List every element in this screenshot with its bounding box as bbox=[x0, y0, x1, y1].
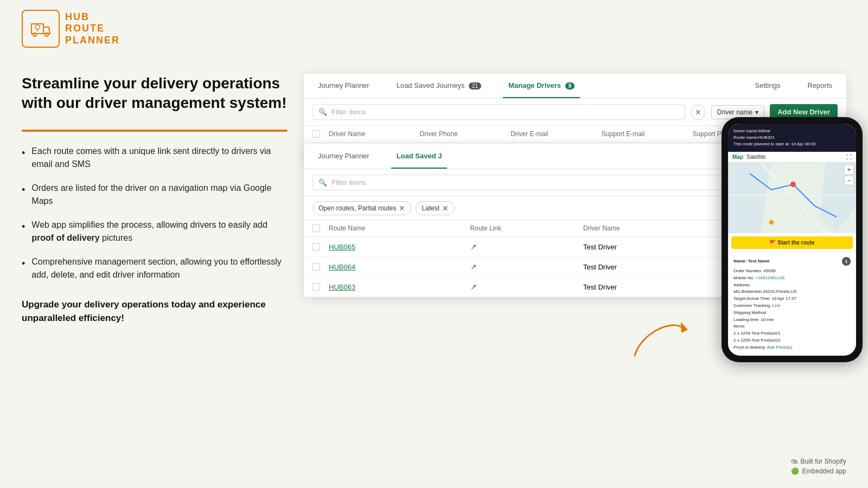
svg-point-1 bbox=[33, 33, 36, 36]
list-item-text: Orders are listed for the driver on a na… bbox=[31, 182, 288, 208]
delivery-loading: Loading time: 10-min bbox=[733, 317, 851, 324]
delivery-items: 1 x 1249-Test Product21 2 x 1250-Test Pr… bbox=[733, 330, 851, 344]
chip-latest[interactable]: Latest ✕ bbox=[416, 201, 455, 215]
chip-remove-icon[interactable]: ✕ bbox=[399, 204, 405, 213]
delivery-address-label: Address: bbox=[733, 282, 851, 289]
page-title: Streamline your delivery operations with… bbox=[22, 74, 288, 113]
main-content: Streamline your delivery operations with… bbox=[0, 57, 868, 399]
search-icon-2: 🔍 bbox=[318, 178, 327, 187]
svg-point-9 bbox=[769, 220, 774, 224]
phone-driver-name: Driver name:Mithat bbox=[733, 128, 851, 134]
list-item: • Web app simplifies the process, allowi… bbox=[22, 219, 288, 245]
filter-placeholder: Filter items bbox=[331, 108, 366, 116]
list-item: • Each route comes with a unique link se… bbox=[22, 145, 288, 171]
map-tab-satellite[interactable]: Satellite bbox=[746, 154, 766, 160]
arrow-decoration bbox=[629, 312, 694, 377]
tab2-load-saved[interactable]: Load Saved J bbox=[391, 144, 448, 169]
header: HUB ROUTE PLANNER bbox=[0, 0, 868, 57]
row-checkbox-1[interactable] bbox=[312, 243, 320, 251]
tab2-journey-planner[interactable]: Journey Planner bbox=[312, 144, 375, 169]
col-route-link: Route Link bbox=[470, 224, 583, 232]
filter-input-2[interactable]: 🔍 Filter items bbox=[312, 175, 730, 190]
route-driver: Test Driver bbox=[583, 243, 725, 251]
bullet-dot: • bbox=[22, 183, 25, 197]
delivery-items-label: Items: bbox=[733, 323, 851, 330]
delivery-mobile: Mobile No: +18312361128 bbox=[733, 275, 851, 282]
col-support-email: Support E-mail bbox=[602, 130, 693, 138]
col-driver-phone: Driver Phone bbox=[420, 130, 511, 138]
route-driver-3: Test Driver bbox=[583, 283, 725, 291]
orange-divider bbox=[22, 130, 288, 132]
embedded-icon: 🟢 bbox=[791, 467, 799, 475]
chip-label-2: Latest bbox=[422, 204, 439, 212]
tab-settings[interactable]: Settings bbox=[749, 74, 786, 98]
phone-mockup: Driver name:Mithat Route name:HUB321 Thi… bbox=[722, 117, 863, 362]
right-panel: Journey Planner Load Saved Journeys 21 M… bbox=[304, 74, 846, 388]
tab-load-saved-journeys[interactable]: Load Saved Journeys 21 bbox=[391, 74, 487, 98]
list-item-text: Each route comes with a unique link sent… bbox=[31, 145, 288, 171]
delivery-name: Name: Test Name bbox=[733, 258, 770, 265]
map-tab-map[interactable]: Map bbox=[732, 154, 743, 160]
phone-header: Driver name:Mithat Route name:HUB321 Thi… bbox=[728, 124, 856, 152]
logo-icon bbox=[22, 10, 60, 48]
delivery-card-header: Name: Test Name 1 bbox=[733, 257, 851, 266]
phone-map-tabs: Map Satellite ⛶ bbox=[728, 152, 856, 163]
delivery-order: Order Number: #5099 bbox=[733, 268, 851, 275]
delivery-tracking-link[interactable]: Link bbox=[773, 303, 781, 308]
select-all-checkbox-2[interactable] bbox=[312, 224, 320, 232]
footer: 🛍 Built for Shopify 🟢 Embedded app bbox=[791, 458, 846, 477]
chip-remove-icon-2[interactable]: ✕ bbox=[442, 204, 449, 213]
route-name-link[interactable]: HUB065 bbox=[329, 243, 470, 251]
map-controls: + − bbox=[844, 165, 854, 185]
search-icon: 🔍 bbox=[318, 108, 327, 116]
shopify-icon: 🛍 bbox=[791, 458, 797, 465]
row-checkbox-2[interactable] bbox=[312, 263, 320, 271]
logo: HUB ROUTE PLANNER bbox=[22, 10, 120, 48]
zoom-in-button[interactable]: + bbox=[844, 165, 854, 175]
phone-screen: Driver name:Mithat Route name:HUB321 Thi… bbox=[728, 124, 856, 356]
select-all-checkbox[interactable] bbox=[312, 130, 320, 138]
zoom-out-button[interactable]: − bbox=[844, 176, 854, 185]
svg-marker-10 bbox=[681, 322, 688, 333]
clear-filter-button[interactable]: ✕ bbox=[691, 105, 706, 120]
tab-journey-planner[interactable]: Journey Planner bbox=[312, 74, 375, 98]
col-driver-email: Driver E-mail bbox=[510, 130, 602, 138]
logo-text: HUB ROUTE PLANNER bbox=[65, 11, 120, 47]
delivery-number-badge: 1 bbox=[842, 257, 851, 266]
delivery-mobile-link[interactable]: +18312361128 bbox=[755, 275, 784, 280]
svg-point-3 bbox=[35, 25, 40, 29]
tab-manage-drivers[interactable]: Manage Drivers 8 bbox=[503, 74, 580, 98]
col-driver-name: Driver Name bbox=[329, 130, 420, 138]
filter-chips: Open routes, Partial routes ✕ Latest ✕ bbox=[312, 201, 455, 215]
footer-embedded: 🟢 Embedded app bbox=[791, 467, 846, 475]
route-link-icon-3[interactable]: ↗ bbox=[470, 282, 583, 291]
start-route-button[interactable]: 🚩 Start the route bbox=[731, 236, 853, 249]
map-expand-icon[interactable]: ⛶ bbox=[846, 154, 852, 160]
bullet-dot: • bbox=[22, 256, 25, 271]
route-driver-2: Test Driver bbox=[583, 263, 725, 271]
phone-route-date: This route planned to start at: 19 Apr 0… bbox=[733, 141, 851, 147]
list-item: • Comprehensive management section, allo… bbox=[22, 255, 288, 281]
bullet-dot: • bbox=[22, 146, 25, 160]
filter-input[interactable]: 🔍 Filter items bbox=[312, 104, 685, 120]
add-photo-link[interactable]: Add Photo(s) bbox=[767, 345, 793, 350]
footer-shopify: 🛍 Built for Shopify bbox=[791, 458, 846, 465]
tab-reports[interactable]: Reports bbox=[802, 74, 838, 98]
delivery-address: abc,Bradenton,34210,Florida,US bbox=[733, 288, 851, 296]
list-item-text: Web app simplifies the process, allowing… bbox=[31, 219, 288, 245]
row-checkbox-3[interactable] bbox=[312, 283, 320, 291]
footer-shopify-text: Built for Shopify bbox=[801, 458, 846, 465]
route-link-icon[interactable]: ↗ bbox=[470, 242, 583, 251]
phone-map-area: + − bbox=[728, 163, 856, 233]
route-link-icon-2[interactable]: ↗ bbox=[470, 262, 583, 271]
filter-placeholder-2: Filter items bbox=[331, 178, 366, 187]
route-name-link-2[interactable]: HUB064 bbox=[329, 263, 470, 271]
delivery-arrival: Target Arrival Time: 19 Apr 17:27 bbox=[733, 296, 851, 303]
svg-point-8 bbox=[790, 182, 796, 187]
col-driver-name-2: Driver Name bbox=[583, 224, 725, 232]
left-panel: Streamline your delivery operations with… bbox=[22, 74, 304, 388]
delivery-proof: Proof of delivery: Add Photo(s) bbox=[733, 344, 851, 351]
chip-open-partial[interactable]: Open routes, Partial routes ✕ bbox=[312, 201, 411, 215]
route-name-link-3[interactable]: HUB063 bbox=[329, 283, 470, 291]
list-item-text: Comprehensive management section, allowi… bbox=[31, 255, 288, 281]
